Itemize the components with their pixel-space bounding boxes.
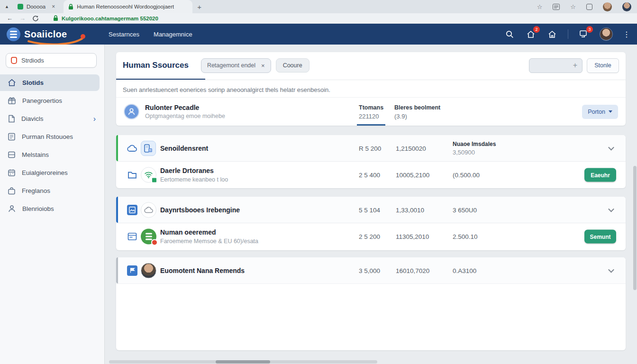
browser-tab-inactive[interactable]: Dooooa × [13,0,60,13]
table-row[interactable]: Numan oeeremed Faroememe Memsoe & EU 60)… [116,223,626,250]
url-text: Kulgorikooo.cahtamagermam 552020 [62,16,158,21]
new-tab-button[interactable]: + [197,3,201,11]
browser-profile-avatar-2[interactable] [622,2,631,11]
chevron-down-icon[interactable] [608,266,614,273]
row-title: Daerle Drtoranes [160,167,228,174]
stat-enrollment[interactable]: Bleres beolment (3.9) [394,104,440,119]
title-row: Human Ssources Retagemont endel × Cooure… [116,52,626,79]
nav-item-management[interactable]: Managemnice [154,31,192,38]
star-icon[interactable]: ☆ [570,3,576,10]
profile-row: Rulonter Pecadle Optgmagentag emoe moihe… [116,97,626,126]
sidebar-item-categories[interactable]: Panegroertios [0,92,100,109]
chip-close-icon[interactable]: × [261,62,265,69]
browser-card-icon [127,233,137,241]
row-action-button[interactable]: Semunt [584,230,616,244]
user-avatar[interactable] [600,27,613,41]
row-accent-green [116,135,118,161]
sidebar-item-label: Freglanos [22,187,50,194]
search-icon[interactable] [504,28,515,40]
table-row[interactable]: Daynrtsbooes Irebengine 5 5 104 1,33,001… [116,197,626,223]
address-bar[interactable]: Kulgorikooo.cahtamagermam 552020 [53,15,158,21]
chevron-down-icon[interactable] [608,206,614,212]
sidebar-item-home[interactable]: Slotids [0,74,100,91]
tab-close-icon[interactable]: × [52,3,55,10]
row-title: Daynrtsbooes Irebengine [160,206,240,214]
profile-action-label: Porton [588,109,605,115]
browser-profile-avatar[interactable] [603,2,612,11]
browser-tab-active[interactable]: Human Retenoosoeohl Wordoogjoojaert [64,0,192,13]
reload-button[interactable] [32,15,39,22]
row-accent-blue [116,197,118,223]
nav-item-services[interactable]: Sestarnces [109,31,139,38]
service-group-1: Senoildensrent R 5 200 1,2150020 Nuaoe I… [116,135,626,188]
quantity-stepper[interactable]: + [529,58,582,73]
sidebar-item-label: Slotids [22,79,44,86]
sidebar-item-calendar[interactable]: Euialgieroreines [0,164,100,181]
chevron-down-icon[interactable] [608,144,614,150]
person-photo-avatar [141,263,156,278]
row-title: Senoildensrent [160,145,208,152]
stat-label: Bleres beolment [394,104,440,110]
row-value-2: 16010,7020 [396,267,429,274]
vertical-scrollbar-thumb[interactable] [633,166,637,290]
back-button[interactable]: ← [7,15,13,21]
row-action-button[interactable]: Eaeuhr [584,168,616,182]
header-panel: Human Ssources Retagemont endel × Cooure… [116,52,626,126]
table-row[interactable]: Daerle Drtoranes Eertomeme keanbeo t loo… [116,162,626,188]
tab-title: Dooooa [27,4,46,9]
image-icon [127,205,137,215]
row-value-3: 0.A3100 [453,267,476,274]
main-content: Human Ssources Retagemont endel × Cooure… [105,45,637,364]
cloud-icon [127,145,137,152]
browser-corner-icon: ▲ [5,4,9,9]
card-icon [8,151,16,159]
stat-value: (3.9) [394,112,440,119]
sidebar-item-people[interactable]: Blenrioiobs [0,200,100,217]
sidebar-item-label: Panegroertios [22,97,62,104]
sidebar-item-documents[interactable]: Diavicls › [0,110,100,127]
sidebar-item-label: Diavicls [21,115,44,122]
save-button[interactable]: Stonle [587,58,619,73]
app-logo[interactable]: Soaiicloe [7,27,94,41]
reading-list-icon[interactable] [553,4,560,10]
sidebar-item-programs[interactable]: Freglanos [0,182,100,199]
search-shield-icon [11,57,17,64]
bookmark-star-icon[interactable]: ☆ [537,3,543,10]
row-value-3: 3 650U0 [453,206,477,213]
screen: ▲ Dooooa × Human Retenoosoeohl Wordoogjo… [0,0,637,364]
active-stat-underline [357,124,385,126]
row-value-2: 11305,2010 [396,233,429,240]
kebab-menu-icon[interactable]: ⋮ [623,30,630,39]
header-actions: 2 3 ⋮ [504,27,630,41]
home-icon[interactable] [546,28,558,40]
browser-toolbar: ← → Kulgorikooo.cahtamagermam 552020 [0,13,637,24]
extensions-icon[interactable] [586,4,592,10]
horizontal-scrollbar[interactable] [109,360,377,364]
logo-icon [7,27,20,41]
sidebar-item-human-resources[interactable]: Purman Rstouoes [0,128,100,145]
sidebar-search-input[interactable]: Strdiods [6,53,97,68]
notifications-home-icon[interactable]: 2 [525,28,537,40]
tab-favicon [18,4,23,9]
filter-chip[interactable]: Retagemont endel × [201,58,271,73]
body: Strdiods Slotids Panegroertios Diavicls … [0,45,637,364]
devices-icon[interactable]: 3 [578,28,590,40]
lock-icon [53,15,58,21]
plus-icon[interactable]: + [573,61,577,70]
clear-filter-button[interactable]: Cooure [276,58,309,73]
sidebar-item-label: Euialgieroreines [22,169,68,176]
row-value-2: 1,2150020 [396,145,426,152]
devices-badge: 3 [586,26,593,33]
forward-button[interactable]: → [19,15,26,21]
table-row[interactable]: Senoildensrent R 5 200 1,2150020 Nuaoe I… [116,135,626,162]
service-group-3: Euomotent Nana Remends 3 5,000 16010,702… [116,257,626,350]
profile-action-button[interactable]: Porton [582,105,618,119]
sidebar-item-meetings[interactable]: Melstains [0,146,100,163]
table-row[interactable]: Euomotent Nana Remends 3 5,000 16010,702… [116,257,626,284]
row-value-1: 5 5 104 [359,206,380,213]
status-badge [151,177,157,183]
sidebar: Strdiods Slotids Panegroertios Diavicls … [0,45,105,364]
briefcase-icon [8,187,16,195]
stat-tokens[interactable]: Ttomans 221120 [359,104,383,119]
horizontal-scrollbar-thumb[interactable] [216,360,270,364]
